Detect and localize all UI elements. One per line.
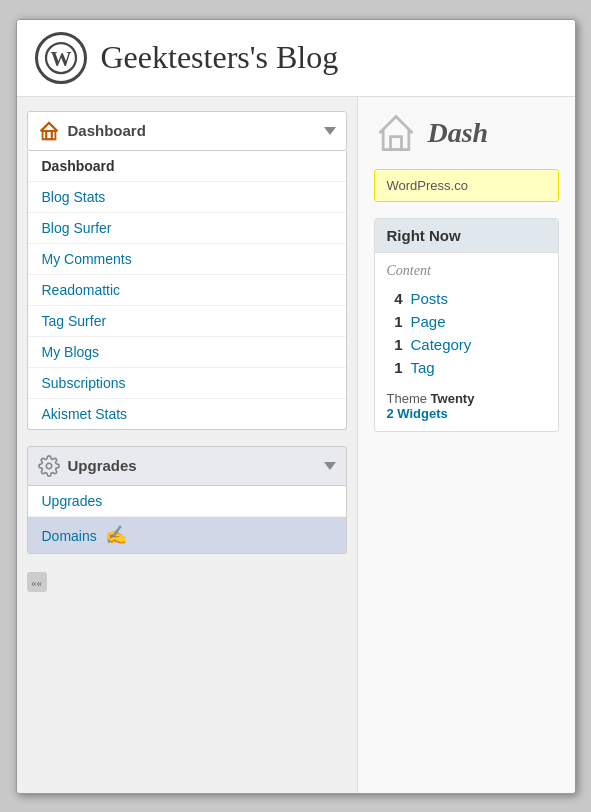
upgrades-label: Upgrades <box>68 457 137 474</box>
menu-item-subscriptions[interactable]: Subscriptions <box>28 368 346 399</box>
stat-category: 1 Category <box>387 333 546 356</box>
upgrades-dropdown-menu: Upgrades Domains ✍ <box>27 486 347 554</box>
header: W Geektesters's Blog <box>17 20 575 97</box>
wordpress-logo: W <box>35 32 87 84</box>
menu-item-my-blogs[interactable]: My Blogs <box>28 337 346 368</box>
stat-page: 1 Page <box>387 310 546 333</box>
gear-icon <box>38 455 60 477</box>
widgets-line[interactable]: 2 Widgets <box>387 406 546 421</box>
stat-posts-number: 4 <box>387 290 403 307</box>
menu-item-blog-surfer[interactable]: Blog Surfer <box>28 213 346 244</box>
upgrades-nav-label: Upgrades <box>38 455 137 477</box>
svg-rect-2 <box>46 131 52 139</box>
collapse-icon: « <box>31 576 37 588</box>
dropdown-arrow-icon[interactable] <box>324 127 336 135</box>
content-house-icon <box>374 111 418 155</box>
house-icon <box>38 120 60 142</box>
content-title: Dash <box>428 117 489 149</box>
menu-item-tag-surfer[interactable]: Tag Surfer <box>28 306 346 337</box>
stat-tag-number: 1 <box>387 359 403 376</box>
stat-category-label[interactable]: Category <box>411 336 472 353</box>
theme-name[interactable]: Twenty <box>431 391 475 406</box>
cursor-icon: ✍ <box>105 524 127 546</box>
wp-logo-icon: W <box>43 40 79 76</box>
content-section-label: Content <box>387 263 546 279</box>
app-window: W Geektesters's Blog Dashboar <box>16 19 576 794</box>
stat-posts: 4 Posts <box>387 287 546 310</box>
stat-tag: 1 Tag <box>387 356 546 379</box>
wordpress-notice: WordPress.co <box>374 169 559 202</box>
right-now-header: Right Now <box>375 219 558 253</box>
stat-tag-label[interactable]: Tag <box>411 359 435 376</box>
menu-item-domains[interactable]: Domains ✍ <box>28 517 346 553</box>
menu-item-my-comments[interactable]: My Comments <box>28 244 346 275</box>
menu-item-upgrades[interactable]: Upgrades <box>28 486 346 517</box>
dashboard-dropdown-menu: Dashboard Blog Stats Blog Surfer My Comm… <box>27 151 347 430</box>
dashboard-nav-label: Dashboard <box>38 120 146 142</box>
theme-line: Theme Twenty <box>387 391 546 406</box>
widget-body: Content 4 Posts 1 Page 1 Category 1 <box>375 253 558 431</box>
sidebar-collapse-button[interactable]: « <box>27 572 47 592</box>
svg-point-3 <box>46 463 52 469</box>
wp-notice-text: WordPress.co <box>387 178 468 193</box>
menu-item-readomattic[interactable]: Readomattic <box>28 275 346 306</box>
menu-item-dashboard[interactable]: Dashboard <box>28 151 346 182</box>
right-now-widget: Right Now Content 4 Posts 1 Page 1 Categ… <box>374 218 559 432</box>
menu-item-blog-stats[interactable]: Blog Stats <box>28 182 346 213</box>
stat-posts-label[interactable]: Posts <box>411 290 449 307</box>
stat-category-number: 1 <box>387 336 403 353</box>
sidebar: Dashboard Dashboard Blog Stats Blog Surf… <box>17 97 357 793</box>
main-area: Dashboard Dashboard Blog Stats Blog Surf… <box>17 97 575 793</box>
stat-page-number: 1 <box>387 313 403 330</box>
menu-item-akismet-stats[interactable]: Akismet Stats <box>28 399 346 429</box>
content-header: Dash <box>374 111 559 155</box>
dashboard-nav-item[interactable]: Dashboard <box>27 111 347 151</box>
main-content: Dash WordPress.co Right Now Content 4 Po… <box>357 97 575 793</box>
svg-rect-4 <box>390 136 401 149</box>
upgrades-nav-item[interactable]: Upgrades <box>27 446 347 486</box>
stat-page-label[interactable]: Page <box>411 313 446 330</box>
svg-text:W: W <box>50 46 71 70</box>
upgrades-dropdown-arrow-icon[interactable] <box>324 462 336 470</box>
site-title: Geektesters's Blog <box>101 39 339 76</box>
dashboard-label: Dashboard <box>68 122 146 139</box>
